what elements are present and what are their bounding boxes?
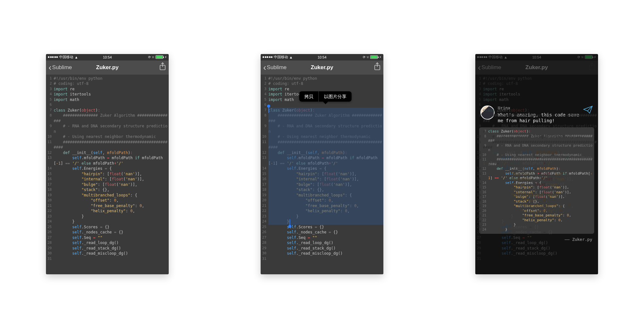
carrier-label: 中国移动	[59, 55, 73, 59]
line-number: 27	[261, 235, 268, 241]
chevron-left-icon: ‹	[49, 63, 51, 72]
bluetooth-icon: ท	[367, 55, 369, 59]
code-text: class Zuker(object):	[483, 108, 598, 113]
line-number: 9	[475, 123, 483, 134]
line-number: 26	[46, 230, 54, 235]
code-text: "free_base_penalty": 0,	[268, 203, 383, 209]
code-text: self._read_loop_dg()	[268, 240, 383, 246]
wifi-icon: ▲	[75, 55, 78, 59]
line-number: 15	[261, 171, 268, 177]
code-line: 29 self._read_stack_dg()	[46, 246, 169, 251]
code-line: 31	[261, 256, 383, 262]
code-text: ############### Zuker Algorithm ########…	[54, 113, 169, 123]
code-text: # - Using nearest neighbor thermodynamic	[268, 134, 383, 140]
share-button[interactable]	[374, 62, 381, 72]
code-text: import itertools	[483, 92, 598, 97]
line-number: 24	[46, 219, 54, 224]
line-number: 19	[475, 193, 483, 198]
code-line: 2# coding: utf-8	[46, 81, 169, 87]
code-line: 6	[261, 102, 383, 108]
code-text: "helix_penalty": 0,	[54, 208, 169, 214]
code-text: }	[268, 219, 383, 224]
code-text: class Zuker(object):	[54, 108, 169, 113]
share-button[interactable]	[588, 62, 595, 72]
code-text: self._nodes_cache = {}	[268, 230, 383, 235]
line-number: 4	[475, 92, 483, 97]
context-menu: 拷贝 以图片分享	[299, 91, 352, 102]
code-text: # coding: utf-8	[54, 81, 169, 87]
line-number: 19	[46, 193, 54, 198]
share-icon	[588, 62, 595, 71]
line-number: 24	[261, 219, 268, 224]
code-line: 25 self.Scores = {}	[46, 224, 169, 230]
line-number: 21	[46, 203, 54, 209]
orientation-lock-icon: ⟳	[577, 55, 580, 59]
line-number: 18	[261, 187, 268, 193]
code-line: 23 }	[475, 214, 598, 219]
code-text: "free_base_penalty": 0,	[483, 203, 598, 209]
code-text: self._read_miscloop_dg()	[483, 251, 598, 256]
line-number: 17	[261, 182, 268, 187]
line-number: 12	[46, 150, 54, 156]
code-line: 18 "stack": {},	[475, 187, 598, 193]
charging-icon: ⚡︎	[379, 55, 381, 59]
code-line: 25 self.Scores = {}	[475, 224, 598, 230]
back-button[interactable]: ‹ Sublime	[478, 63, 501, 72]
share-button[interactable]	[159, 62, 166, 72]
back-button[interactable]: ‹ Sublime	[49, 63, 72, 72]
selection-handle-start[interactable]	[267, 105, 270, 108]
line-number: 19	[261, 193, 268, 198]
code-line: 6	[475, 102, 598, 108]
line-number: 7	[261, 108, 268, 113]
code-line: 9 # - RNA and DNA secondary structure pr…	[261, 123, 383, 134]
code-line: 27 self.Seq = ""	[46, 235, 169, 241]
code-line: 26 self._nodes_cache = {}	[46, 230, 169, 235]
line-number: 16	[475, 177, 483, 182]
line-number: 20	[261, 198, 268, 203]
line-number: 8	[261, 113, 268, 123]
code-text: "hairpin": [float('nan')],	[483, 171, 598, 177]
line-number: 20	[46, 198, 54, 203]
code-text: import re	[483, 87, 598, 92]
line-number: 26	[475, 230, 483, 235]
code-line: 16 "internal": [float('nan')],	[46, 177, 169, 182]
nav-bar: ‹ Sublime Zuker.py	[261, 60, 383, 75]
code-line: 21 "free_base_penalty": 0,	[46, 203, 169, 209]
code-text: # - RNA and DNA secondary structure pred…	[54, 123, 169, 134]
code-text: self.Seq = ""	[483, 235, 598, 241]
code-text: "bulge": [float('nan')],	[54, 182, 169, 187]
code-text: # - Using nearest neighbor thermodynamic	[483, 134, 598, 140]
share-as-image-menu-item[interactable]: 以图片分享	[319, 91, 352, 102]
code-line: 10 # - Using nearest neighbor thermodyna…	[261, 134, 383, 140]
code-text: "stack": {},	[483, 187, 598, 193]
line-number: 31	[261, 256, 268, 262]
copy-menu-item[interactable]: 拷贝	[299, 91, 318, 102]
selection-handle-end[interactable]	[288, 225, 291, 228]
code-line: 11 #####################################…	[475, 140, 598, 150]
code-text: self.Energies = {	[483, 166, 598, 171]
page-title: Zuker.py	[96, 64, 119, 71]
code-line: 20 "offset": 0,	[475, 198, 598, 203]
line-number: 14	[261, 166, 268, 171]
code-view[interactable]: 拷贝 以图片分享 1#!/usr/bin/env python2# coding…	[261, 75, 383, 274]
code-line: 19 "multibranched_loops": {	[46, 193, 169, 198]
code-text: # coding: utf-8	[268, 81, 383, 87]
code-line: 18 "stack": {},	[261, 187, 383, 193]
code-text: #!/usr/bin/env python	[54, 76, 169, 81]
code-text: # - RNA and DNA secondary structure pred…	[483, 123, 598, 134]
line-number: 29	[46, 246, 54, 251]
code-line: 26 self._nodes_cache = {}	[261, 230, 383, 235]
code-text: "multibranched_loops": {	[483, 193, 598, 198]
code-text: }	[483, 214, 598, 219]
line-number: 22	[475, 208, 483, 214]
code-text: }	[483, 219, 598, 224]
code-view: Urinx What's amazing, this code save me …	[475, 75, 598, 274]
line-number: 22	[46, 208, 54, 214]
code-line: 19 "multibranched_loops": {	[261, 193, 383, 198]
line-number: 12	[261, 150, 268, 156]
code-line: 15 "hairpin": [float('nan')],	[46, 171, 169, 177]
code-text: self._read_stack_dg()	[54, 246, 169, 251]
code-view[interactable]: 1#!/usr/bin/env python2# coding: utf-83i…	[46, 75, 169, 274]
line-number: 31	[475, 256, 483, 262]
back-button[interactable]: ‹ Sublime	[263, 63, 287, 72]
